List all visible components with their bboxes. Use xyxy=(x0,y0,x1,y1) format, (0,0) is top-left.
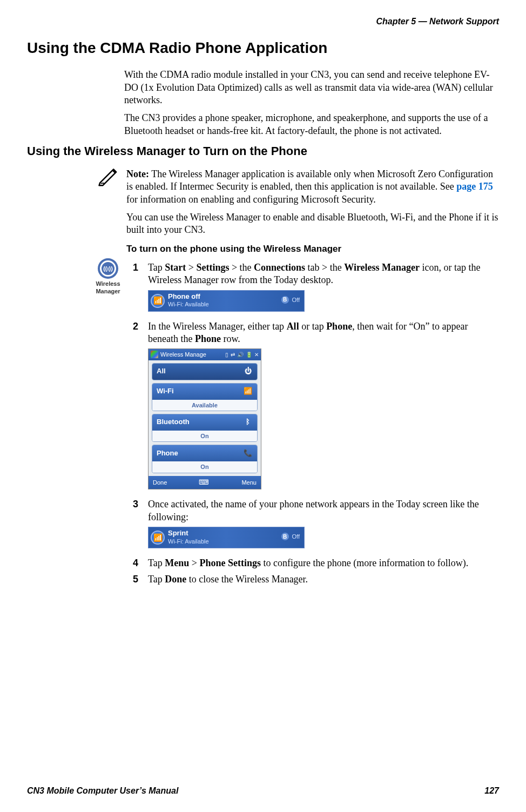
intro-paragraph-2: The CN3 provides a phone speaker, microp… xyxy=(124,112,499,137)
windows-flag-icon xyxy=(151,351,158,358)
ui-phone-settings: Phone Settings xyxy=(199,558,261,568)
today-bar-screenshot-sprint: 📶 Sprint Wi-Fi: Available BOff xyxy=(148,527,305,548)
wm-phone-status: On xyxy=(152,461,257,472)
wireless-manager-screenshot: Wireless Manage ▯⇄🔊🔋✕ All⏻ Wi-Fi📶 Availa… xyxy=(148,348,261,489)
heading-3: To turn on the phone using the Wireless … xyxy=(126,243,499,255)
ui-phone: Phone xyxy=(326,321,352,332)
wm-row-phone: Phone📞 On xyxy=(152,445,258,473)
today-bar-screenshot-phone-off: 📶 Phone off Wi-Fi: Available BOff xyxy=(148,290,305,312)
bluetooth-icon: B xyxy=(281,296,289,304)
step-number: 2 xyxy=(133,320,143,495)
sep: > xyxy=(189,558,199,568)
step-text: Tap xyxy=(148,574,165,585)
step-4: 4 Tap Menu > Phone Settings to configure… xyxy=(133,557,499,569)
today-title: Sprint xyxy=(168,529,209,537)
note-paragraph: Note: The Wireless Manager application i… xyxy=(126,168,499,206)
wm-bottom-bar: Done ⌨ Menu xyxy=(149,476,261,489)
ui-settings: Settings xyxy=(196,262,229,273)
step-text: Tap xyxy=(148,262,165,273)
note-icon xyxy=(97,165,120,190)
wm-title-bar: Wireless Manage ▯⇄🔊🔋✕ xyxy=(149,349,261,360)
connect-icon: ⇄ xyxy=(231,351,235,358)
step-3: 3 Once activated, the name of your phone… xyxy=(133,498,499,554)
wireless-manager-icon-label: Wireless Manager xyxy=(92,280,124,296)
sound-icon: 🔊 xyxy=(237,351,244,358)
step-1: 1 Tap Start > Settings > the Connections… xyxy=(133,261,499,317)
footer-page-number: 127 xyxy=(484,786,499,797)
step-text: Once activated, the name of your phone n… xyxy=(148,499,479,522)
step-number: 1 xyxy=(133,261,143,317)
heading-2: Using the Wireless Manager to Turn on th… xyxy=(27,144,499,159)
step-number: 3 xyxy=(133,498,143,554)
step-number: 5 xyxy=(133,573,143,586)
signal-icon: ▯ xyxy=(225,351,228,358)
sep: tab > the xyxy=(305,262,344,273)
bluetooth-icon: B xyxy=(281,533,289,540)
wifi-icon: 📶 xyxy=(243,387,253,397)
today-subtitle: Wi-Fi: Available xyxy=(168,300,209,308)
step-text: Tap xyxy=(148,558,165,568)
sep: or tap xyxy=(299,321,326,332)
keyboard-icon: ⌨ xyxy=(199,478,210,487)
wm-bt-status: On xyxy=(152,431,257,441)
sep: > xyxy=(186,262,196,273)
step-2: 2 In the Wireless Manager, either tap Al… xyxy=(133,320,499,495)
footer-manual-title: CN3 Mobile Computer User’s Manual xyxy=(27,786,178,797)
note-label: Note: xyxy=(126,169,149,179)
power-icon: ⏻ xyxy=(243,367,253,377)
bluetooth-icon: ᛒ xyxy=(243,418,253,427)
heading-1: Using the CDMA Radio Phone Application xyxy=(27,38,499,58)
after-note-paragraph: You can use the Wireless Manager to enab… xyxy=(126,211,499,237)
bt-status: Off xyxy=(292,533,300,540)
wm-wifi-label: Wi-Fi xyxy=(157,387,174,396)
ui-phone-2: Phone xyxy=(195,333,221,344)
ui-start: Start xyxy=(165,262,186,273)
phone-icon: 📞 xyxy=(243,448,253,458)
wm-menu-button: Menu xyxy=(241,479,257,486)
today-subtitle: Wi-Fi: Available xyxy=(168,538,209,545)
page-header: Chapter 5 — Network Support xyxy=(27,16,499,28)
wm-row-bluetooth: Bluetoothᛒ On xyxy=(152,414,258,442)
ui-wireless-manager: Wireless Manager xyxy=(344,262,420,273)
today-title: Phone off xyxy=(168,293,209,300)
page-link[interactable]: page 175 xyxy=(456,181,493,192)
wm-bt-label: Bluetooth xyxy=(157,418,190,427)
close-icon: ✕ xyxy=(254,351,259,358)
wm-all-label: All xyxy=(157,367,166,376)
wm-row-wifi: Wi-Fi📶 Available xyxy=(152,383,258,411)
ui-all: All xyxy=(287,321,299,332)
note-text-1: The Wireless Manager application is avai… xyxy=(126,169,493,192)
bt-status: Off xyxy=(292,296,300,304)
wm-title: Wireless Manage xyxy=(160,351,206,358)
wm-row-all: All⏻ xyxy=(152,363,258,380)
wm-wifi-status: Available xyxy=(152,400,257,411)
ui-connections: Connections xyxy=(254,262,305,273)
ui-menu: Menu xyxy=(165,558,189,568)
antenna-icon: 📶 xyxy=(151,294,165,308)
step-text: In the Wireless Manager, either tap xyxy=(148,321,287,332)
wm-done-button: Done xyxy=(153,479,167,486)
step-text: to configure the phone (more information… xyxy=(261,558,468,568)
step-5: 5 Tap Done to close the Wireless Manager… xyxy=(133,573,499,586)
wireless-manager-icon: ((ı)) Wireless Manager xyxy=(92,258,124,296)
antenna-icon: 📶 xyxy=(151,531,165,545)
step-number: 4 xyxy=(133,557,143,569)
step-text: to close the Wireless Manager. xyxy=(186,574,308,585)
sep: > the xyxy=(229,262,254,273)
note-text-2: for information on enabling and configur… xyxy=(126,194,376,205)
intro-paragraph-1: With the CDMA radio module installed in … xyxy=(124,69,499,106)
ui-done: Done xyxy=(165,574,186,585)
battery-icon: 🔋 xyxy=(246,351,252,358)
step-text: row. xyxy=(221,333,240,344)
wm-phone-label: Phone xyxy=(157,449,178,458)
